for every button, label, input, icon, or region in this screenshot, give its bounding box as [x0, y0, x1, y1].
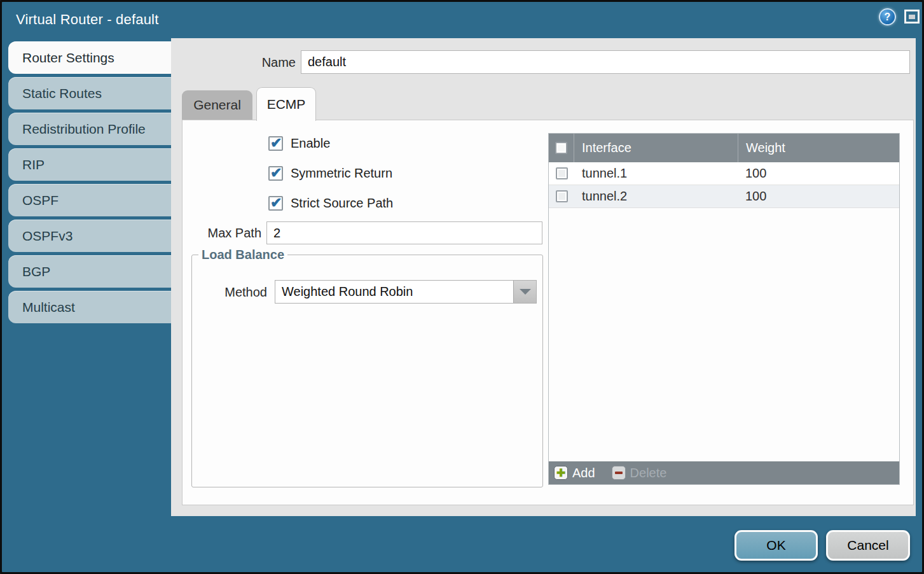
enable-label: Enable [291, 136, 330, 151]
max-path-label: Max Path [198, 226, 261, 241]
row-checkbox[interactable] [556, 190, 568, 202]
interface-table: Interface Weight tunnel.1 100 tunnel.2 1… [548, 133, 900, 485]
sidebar-item-redistribution-profile[interactable]: Redistribution Profile [8, 113, 171, 145]
strict-source-path-label: Strict Source Path [291, 196, 393, 211]
sidebar-item-ospfv3[interactable]: OSPFv3 [8, 220, 171, 252]
interface-cell[interactable]: tunnel.2 [574, 185, 738, 207]
method-label: Method [192, 285, 267, 300]
table-header: Interface Weight [549, 134, 899, 162]
ok-button[interactable]: OK [734, 530, 818, 561]
table-row[interactable]: tunnel.2 100 [549, 185, 899, 208]
sidebar-item-static-routes[interactable]: Static Routes [8, 77, 171, 109]
delete-button-label: Delete [630, 466, 667, 480]
select-all-checkbox[interactable] [555, 142, 567, 154]
strict-source-path-row: Strict Source Path [268, 196, 393, 211]
symmetric-return-checkbox[interactable] [268, 166, 283, 181]
sidebar-item-router-settings[interactable]: Router Settings [8, 41, 171, 74]
tab-general[interactable]: General [182, 90, 252, 120]
main-content: Name General ECMP Enable Symmetric Retur… [171, 38, 916, 516]
row-checkbox-cell [549, 162, 574, 185]
row-checkbox[interactable] [556, 167, 568, 179]
interface-cell[interactable]: tunnel.1 [574, 162, 738, 185]
name-label: Name [237, 55, 296, 70]
table-row[interactable]: tunnel.1 100 [549, 162, 899, 185]
tab-ecmp[interactable]: ECMP [256, 87, 316, 121]
dialog-title: Virtual Router - default [16, 11, 159, 28]
load-balance-legend: Load Balance [198, 248, 287, 262]
virtual-router-dialog: Virtual Router - default ? Router Settin… [0, 0, 924, 574]
symmetric-return-row: Symmetric Return [268, 166, 392, 181]
restore-window-icon-inner [909, 15, 915, 19]
cancel-button[interactable]: Cancel [826, 530, 910, 561]
chevron-down-icon [520, 289, 531, 295]
weight-column-header[interactable]: Weight [738, 134, 899, 162]
sidebar-item-bgp[interactable]: BGP [8, 255, 171, 288]
minus-icon [612, 466, 626, 480]
enable-checkbox[interactable] [268, 136, 283, 151]
sidebar-item-multicast[interactable]: Multicast [8, 291, 171, 323]
max-path-input[interactable] [266, 221, 542, 244]
delete-button[interactable]: Delete [612, 466, 667, 480]
ecmp-tab-panel: Enable Symmetric Return Strict Source Pa… [182, 120, 914, 505]
method-dropdown[interactable]: Weighted Round Robin [275, 280, 537, 304]
restore-window-icon[interactable] [904, 10, 920, 24]
add-button-label: Add [572, 466, 595, 480]
add-button[interactable]: ✚ Add [554, 466, 595, 480]
enable-row: Enable [268, 136, 330, 151]
row-checkbox-cell [549, 185, 574, 207]
select-all-cell [549, 134, 574, 162]
method-value: Weighted Round Robin [282, 284, 413, 299]
sidebar: Router Settings Static Routes Redistribu… [2, 41, 171, 326]
sidebar-item-ospf[interactable]: OSPF [8, 184, 171, 216]
strict-source-path-checkbox[interactable] [268, 196, 283, 211]
interface-column-header[interactable]: Interface [574, 134, 738, 162]
symmetric-return-label: Symmetric Return [291, 166, 392, 181]
name-input[interactable] [301, 50, 910, 74]
titlebar: Virtual Router - default ? [2, 2, 922, 38]
table-empty-area [549, 208, 899, 461]
table-footer: ✚ Add Delete [549, 461, 899, 484]
weight-cell[interactable]: 100 [738, 162, 899, 185]
weight-cell[interactable]: 100 [738, 185, 899, 207]
help-icon[interactable]: ? [879, 8, 896, 25]
plus-icon: ✚ [554, 466, 568, 480]
sidebar-item-rip[interactable]: RIP [8, 148, 171, 181]
load-balance-group: Load Balance Method Weighted Round Robin [191, 248, 543, 487]
method-dropdown-button[interactable] [513, 281, 536, 303]
